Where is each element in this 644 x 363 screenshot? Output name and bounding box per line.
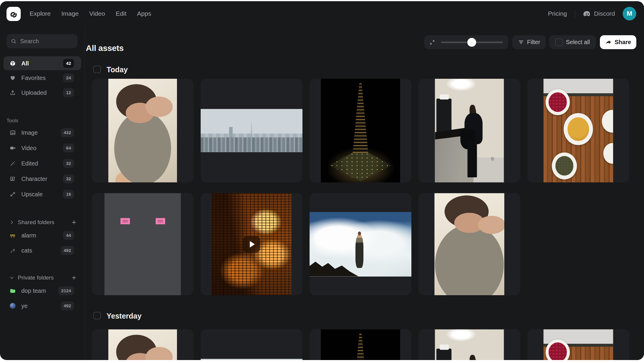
select-all-checkbox[interactable] — [555, 38, 563, 46]
asset-image-city-skyline — [201, 109, 302, 152]
add-shared-folder-button[interactable] — [71, 219, 77, 225]
asset-image-tea-tray — [544, 329, 613, 360]
asset-image-night-tower — [321, 79, 400, 182]
asset-card-night-tower[interactable] — [310, 79, 411, 182]
asset-card-city-skyline[interactable] — [201, 329, 302, 360]
sidebar-item-label: All — [21, 60, 29, 67]
page-title: All assets — [86, 44, 124, 53]
slider-thumb[interactable] — [467, 38, 476, 47]
shared-folders-header[interactable]: Shared folders — [4, 217, 81, 228]
blue-sphere-icon — [9, 302, 16, 309]
app-window: Explore Image Video Edit Apps Pricing Di… — [0, 1, 644, 360]
sidebar-folder-ye[interactable]: ye 492 — [4, 299, 81, 312]
add-private-folder-button[interactable] — [71, 275, 77, 281]
section-checkbox-today[interactable] — [93, 65, 101, 73]
sidebar-item-label: Favorites — [21, 75, 46, 81]
asset-image-headshot-grid — [104, 193, 181, 295]
filter-label: Filter — [527, 39, 540, 46]
asset-card-bed-selfie[interactable] — [92, 79, 194, 182]
discord-link[interactable]: Discord — [583, 9, 615, 18]
sidebar-item-favorites[interactable]: Favorites 24 — [4, 71, 81, 84]
sidebar-item-upscale[interactable]: Upscale 16 — [4, 188, 81, 201]
sidebar-folder-dop-team[interactable]: dop team 2124 — [4, 284, 81, 297]
sidebar-item-label: Video — [21, 145, 36, 152]
nav-item-video[interactable]: Video — [89, 10, 105, 17]
character-portrait-icon — [9, 175, 16, 182]
sidebar-item-all[interactable]: All 42 — [4, 56, 81, 70]
folder-label: ye — [21, 303, 28, 309]
sidebar-folder-cats[interactable]: cats 492 — [4, 244, 81, 257]
asset-image-kitchen-figure — [435, 329, 504, 360]
asset-card-tea-tray[interactable] — [527, 79, 629, 182]
sidebar-item-character[interactable]: Character 32 — [4, 172, 81, 185]
private-folders-header[interactable]: Private folders — [4, 272, 81, 283]
nav-item-image[interactable]: Image — [61, 10, 78, 17]
upscale-arrows-icon — [9, 191, 16, 198]
select-all-button[interactable]: Select all — [549, 35, 596, 49]
asset-card-bed-selfie-2[interactable] — [418, 193, 520, 295]
asset-card-tea-tray[interactable] — [527, 329, 629, 360]
private-folders-label: Private folders — [18, 274, 54, 281]
count-badge: 492 — [61, 301, 74, 310]
filter-button[interactable]: Filter — [512, 35, 546, 49]
shared-folders-label: Shared folders — [18, 219, 54, 226]
green-folder-icon — [9, 287, 16, 294]
user-avatar[interactable]: M — [623, 7, 636, 20]
asset-image-bed-selfie — [108, 79, 177, 182]
sidebar-item-label: Edited — [21, 160, 38, 167]
asset-card-kitchen-figure[interactable] — [418, 329, 520, 360]
asset-card-building-facade-video[interactable] — [201, 193, 302, 295]
search-input[interactable] — [20, 34, 75, 48]
app-logo[interactable] — [7, 7, 21, 21]
discord-icon — [583, 9, 591, 18]
sidebar-item-video[interactable]: Video 64 — [4, 142, 81, 155]
asset-image-ocean-wave — [310, 212, 411, 277]
heart-icon — [9, 74, 16, 81]
sidebar-item-label: Image — [21, 129, 38, 136]
asset-image-bed-selfie — [108, 329, 177, 360]
nav-item-explore[interactable]: Explore — [30, 10, 51, 17]
filter-icon — [518, 39, 524, 45]
pricing-link[interactable]: Pricing — [548, 10, 567, 17]
main-nav: Explore Image Video Edit Apps — [30, 1, 151, 26]
select-all-label: Select all — [566, 39, 590, 46]
search-box[interactable] — [7, 34, 78, 48]
sidebar-folder-alarm[interactable]: alarm 44 — [4, 229, 81, 242]
sidebar-item-edited[interactable]: Edited 32 — [4, 157, 81, 170]
video-camera-icon — [9, 144, 16, 152]
topbar-divider — [575, 10, 575, 17]
discord-label: Discord — [594, 10, 615, 17]
sidebar-item-uploaded[interactable]: Uploaded 12 — [4, 86, 81, 99]
asset-card-city-skyline[interactable] — [201, 79, 302, 182]
count-badge: 12 — [63, 88, 74, 97]
share-button[interactable]: Share — [600, 35, 636, 49]
asset-image-kitchen-figure — [435, 79, 504, 182]
asset-image-bed-selfie-2 — [434, 193, 504, 295]
share-label: Share — [615, 39, 631, 46]
asset-image-city-skyline — [201, 359, 302, 360]
asset-card-bed-selfie[interactable] — [92, 329, 194, 360]
folder-label: alarm — [21, 232, 36, 239]
chevron-down-icon — [9, 275, 14, 280]
asset-image-night-tower — [321, 329, 400, 360]
count-badge: 44 — [63, 231, 74, 240]
asset-card-night-tower[interactable] — [310, 329, 411, 360]
sidebar-item-image[interactable]: Image 432 — [4, 126, 81, 139]
cube-icon — [9, 60, 16, 67]
asset-card-headshot-grid[interactable] — [92, 193, 194, 295]
count-badge: 32 — [63, 174, 74, 183]
squiggle-logo-icon — [9, 9, 19, 19]
thumbnail-size-slider — [424, 35, 508, 49]
folder-label: dop team — [21, 287, 46, 294]
share-icon — [605, 39, 612, 46]
asset-card-ocean-wave[interactable] — [310, 193, 411, 295]
nav-item-edit[interactable]: Edit — [116, 10, 126, 17]
section-label-yesterday: Yesterday — [107, 312, 141, 320]
nav-item-apps[interactable]: Apps — [137, 10, 151, 17]
play-button[interactable] — [243, 236, 260, 253]
upload-icon — [9, 89, 16, 96]
image-icon — [9, 129, 16, 136]
asset-card-kitchen-figure[interactable] — [418, 79, 520, 182]
topbar-right: Pricing Discord M — [548, 1, 636, 26]
section-checkbox-yesterday[interactable] — [93, 312, 101, 319]
